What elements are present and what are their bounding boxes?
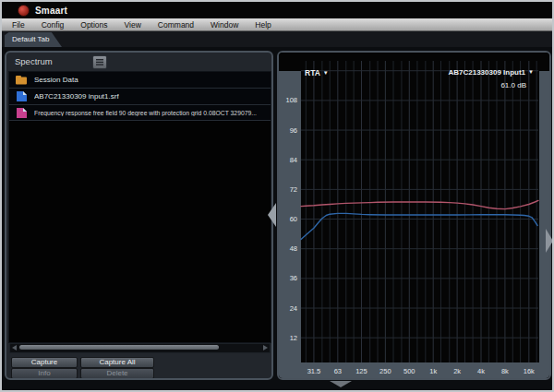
y-tick-label: 12 — [290, 334, 297, 342]
x-tick-label: 63 — [334, 367, 342, 375]
list-item-label: Session Data — [34, 76, 78, 84]
rta-panel: 108968472604836241231.5631252505001k2k4k… — [277, 51, 551, 380]
x-tick-label: 31.5 — [307, 367, 321, 375]
chevron-down-icon: ▼ — [323, 70, 329, 76]
db-readout: 61.0 dB — [500, 81, 526, 89]
list-item[interactable]: Session Data — [9, 72, 271, 89]
rta-mode-label: RTA — [305, 68, 320, 77]
spectrum-panel-title: Spectrum — [15, 56, 53, 66]
y-tick-label: 84 — [290, 156, 297, 164]
scrollbar-thumb[interactable] — [19, 345, 219, 350]
x-tick-label: 250 — [379, 367, 391, 375]
scroll-left-icon[interactable] — [12, 345, 17, 350]
list-item-label: Frequency response free field 90 degree … — [34, 110, 257, 116]
menu-item-command[interactable]: Command — [150, 20, 202, 30]
capture-all-button[interactable]: Capture All — [80, 357, 154, 368]
y-tick-label: 108 — [285, 96, 297, 104]
right-strip — [539, 71, 549, 362]
scroll-right-icon[interactable] — [263, 345, 268, 350]
bottom-splitter-handle[interactable] — [330, 381, 352, 387]
horizontal-scrollbar[interactable] — [9, 343, 271, 353]
y-tick-label: 72 — [290, 185, 297, 194]
x-tick-label: 500 — [403, 367, 416, 375]
rta-chart: 108968472604836241231.5631252505001k2k4k… — [279, 53, 549, 378]
list-item[interactable]: AB7C21330309 input1.srf — [9, 89, 271, 105]
list-item-label: AB7C21330309 input1.srf — [34, 92, 119, 101]
rta-mode-selector[interactable]: RTA▼ — [305, 68, 329, 77]
y-tick-label: 36 — [290, 274, 297, 282]
menu-item-window[interactable]: Window — [202, 20, 247, 30]
file-blue-icon — [15, 90, 28, 102]
x-tick-label: 1k — [429, 367, 437, 375]
smaart-logo-icon — [18, 5, 30, 17]
delete-button[interactable]: Delete — [80, 368, 154, 379]
menu-item-config[interactable]: Config — [33, 20, 73, 30]
smaart-window: Smaart FileConfigOptionsViewCommandWindo… — [0, 0, 554, 392]
capture-button[interactable]: Capture — [11, 357, 78, 368]
y-tick-label: 24 — [290, 304, 297, 313]
tab-bar: Default Tab — [2, 31, 552, 47]
x-tick-label: 2k — [453, 367, 461, 375]
x-tick-label: 125 — [355, 367, 367, 375]
y-tick-label: 48 — [290, 244, 297, 253]
tab-default-tab[interactable]: Default Tab — [5, 32, 62, 47]
menu-item-view[interactable]: View — [116, 20, 150, 30]
session-list: Session DataAB7C21330309 input1.srfFrequ… — [8, 71, 271, 343]
file-magenta-icon — [15, 107, 28, 119]
input-source-selector[interactable]: AB7C21330309 Input1▼ — [448, 68, 534, 77]
hamburger-icon — [96, 59, 103, 65]
title-bar: Smaart — [2, 2, 552, 18]
chevron-down-icon: ▼ — [528, 69, 534, 75]
x-tick-label: 16k — [524, 367, 535, 375]
menu-item-file[interactable]: File — [4, 20, 33, 30]
menu-bar: FileConfigOptionsViewCommandWindowHelp — [2, 18, 552, 31]
info-button[interactable]: Info — [11, 368, 78, 379]
menu-item-help[interactable]: Help — [247, 20, 279, 30]
panel-menu-button[interactable] — [92, 55, 107, 69]
menu-item-options[interactable]: Options — [72, 20, 115, 30]
input-source-label: AB7C21330309 Input1 — [448, 68, 525, 77]
y-tick-label: 96 — [290, 126, 297, 135]
window-title: Smaart — [35, 6, 67, 16]
spectrum-panel: Spectrum Session DataAB7C21330309 input1… — [5, 51, 273, 380]
x-tick-label: 8k — [501, 367, 509, 375]
list-item[interactable]: Frequency response free field 90 degree … — [9, 105, 271, 121]
y-tick-label: 60 — [290, 215, 297, 223]
spectrum-panel-header: Spectrum — [6, 53, 271, 71]
folder-icon — [15, 74, 28, 86]
x-tick-label: 4k — [477, 367, 485, 375]
